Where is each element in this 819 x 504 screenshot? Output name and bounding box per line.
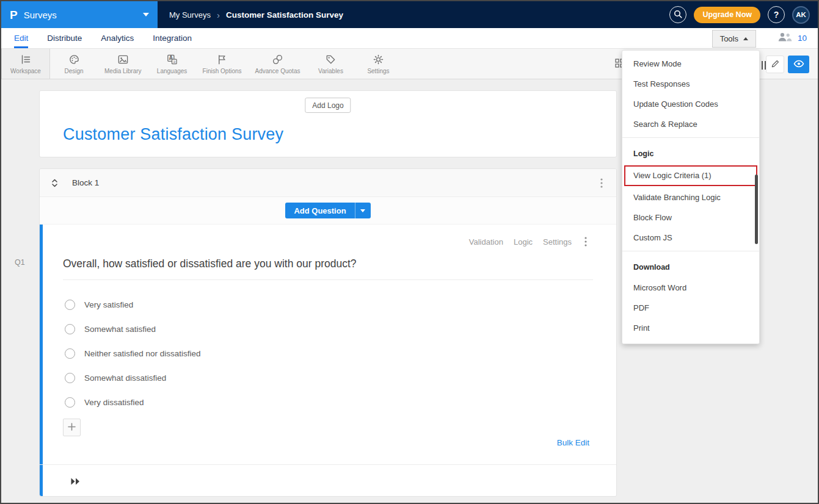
menu-item-microsoft-word[interactable]: Microsoft Word [622,278,759,298]
add-question-dropdown-button[interactable] [355,203,371,218]
menu-item-update-question-codes[interactable]: Update Question Codes [622,94,759,114]
question-toolbar: Validation Logic Settings [469,234,589,249]
radio-icon [65,300,75,310]
toolbar-item-workspace[interactable]: Workspace [1,49,50,79]
answer-option-label[interactable]: Somewhat dissatisfied [84,373,166,383]
brand-label: Surveys [24,10,57,20]
block-kebab-menu-icon[interactable] [598,176,605,190]
toolbar-item-label: Media Library [104,68,142,74]
breadcrumb: My Surveys › Customer Satisfaction Surve… [169,10,343,20]
toolbar-item-languages[interactable]: Aa Languages [148,49,196,79]
breadcrumb-current-survey: Customer Satisfaction Survey [226,10,343,20]
menu-item-block-flow[interactable]: Block Flow [622,207,759,228]
toolbar-item-variables[interactable]: Variables [307,49,354,79]
finish-options-icon [216,54,228,66]
survey-header-card: Add Logo Customer Satisfaction Survey [39,90,617,157]
menu-item-review-mode[interactable]: Review Mode [622,54,759,74]
radio-icon [65,348,75,359]
svg-text:a: a [173,59,175,63]
menu-scrollbar[interactable] [755,175,758,244]
collapse-block-icon[interactable] [51,178,59,188]
toolbar-item-settings[interactable]: Settings [354,49,402,79]
question-validation-link[interactable]: Validation [469,237,503,247]
advance-quotas-icon [272,54,283,66]
upgrade-button[interactable]: Upgrade Now [694,7,760,23]
topbar: P Surveys My Surveys › Customer Satisfac… [1,1,818,28]
survey-title[interactable]: Customer Satisfaction Survey [63,125,283,144]
edit-pencil-button[interactable] [766,56,784,73]
add-logo-button[interactable]: Add Logo [305,98,351,113]
settings-gear-icon [373,54,384,66]
pencil-icon [771,59,780,70]
toolbar-item-design[interactable]: Design [50,49,98,79]
preview-button[interactable] [788,56,809,73]
tab-edit[interactable]: Edit [14,28,28,48]
radio-icon [65,397,75,408]
search-icon [674,10,682,20]
avatar[interactable]: AK [792,6,810,24]
design-icon [68,54,80,66]
toolbar-item-label: Settings [367,68,389,74]
menu-item-print[interactable]: Print [622,318,759,338]
questionpro-logo-icon: P [10,9,18,21]
question-settings-link[interactable]: Settings [543,237,572,247]
answer-option-row: Somewhat satisfied [65,317,156,341]
block-header: Block 1 [40,169,616,197]
answer-option-label[interactable]: Very dissatisfied [84,398,144,407]
chevron-down-icon [143,13,149,16]
block-title: Block 1 [72,178,99,187]
toolbar-item-label: Languages [157,68,187,74]
help-button[interactable]: ? [768,6,785,23]
toolbar-item-label: Finish Options [203,68,242,74]
question-footer-divider [40,464,616,465]
product-switcher[interactable]: P Surveys [1,1,158,28]
toolbar-item-finish-options[interactable]: Finish Options [196,49,249,79]
toolbar-item-media-library[interactable]: Media Library [98,49,148,79]
tab-integration[interactable]: Integration [153,28,192,48]
add-question-split-button: Add Question [285,203,370,218]
add-option-button[interactable] [63,419,81,436]
radio-icon [65,373,75,383]
collaborators-button[interactable]: 10 [777,28,807,48]
question-selected-bar [40,225,43,496]
collaborators-icon [777,32,792,44]
question-logic-link[interactable]: Logic [514,237,533,247]
question-kebab-menu-icon[interactable] [582,234,589,249]
tools-button[interactable]: Tools [712,30,756,48]
workspace-icon [20,54,32,66]
languages-icon: Aa [166,54,178,66]
toolbar-item-label: Design [64,68,83,74]
answer-option-row: Somewhat dissatisfied [65,365,166,390]
breadcrumb-my-surveys[interactable]: My Surveys [169,10,211,20]
eye-icon [793,60,804,70]
menu-divider [622,251,759,251]
menu-item-pdf[interactable]: PDF [622,298,759,318]
menu-item-search-replace[interactable]: Search & Replace [622,114,759,134]
question-card: Validation Logic Settings Overall, how s… [40,225,616,496]
menu-header-download: Download [622,254,759,278]
menu-item-custom-js[interactable]: Custom JS [622,228,759,248]
tab-analytics[interactable]: Analytics [101,28,134,48]
question-divider [63,279,593,280]
answer-option-label[interactable]: Very satisfied [84,300,133,309]
nav-row: Edit Distribute Analytics Integration To… [1,28,818,48]
bulk-edit-link[interactable]: Bulk Edit [557,438,589,447]
question-code: Q1 [15,258,25,267]
question-text[interactable]: Overall, how satisfied or dissatisfied a… [63,257,357,270]
toolbar-item-label: Workspace [10,68,41,74]
search-button[interactable] [669,6,686,23]
menu-item-view-logic-criteria[interactable]: View Logic Criteria (1) [624,165,757,186]
menu-item-test-responses[interactable]: Test Responses [622,74,759,94]
menu-item-validate-branching-logic[interactable]: Validate Branching Logic [622,187,759,207]
media-library-icon [117,54,129,66]
tab-distribute[interactable]: Distribute [47,28,82,48]
skip-forward-icon[interactable] [70,477,81,488]
nav-tabs: Edit Distribute Analytics Integration [1,28,818,48]
add-question-button[interactable]: Add Question [285,203,354,218]
toolbar-item-advance-quotas[interactable]: Advance Quotas [249,49,307,79]
answer-option-row: Neither satisfied nor dissatisfied [65,341,201,365]
answer-option-label[interactable]: Neither satisfied nor dissatisfied [84,349,201,358]
breadcrumb-separator-icon: › [217,10,220,20]
answer-option-label[interactable]: Somewhat satisfied [84,325,156,334]
plus-icon [68,423,76,433]
